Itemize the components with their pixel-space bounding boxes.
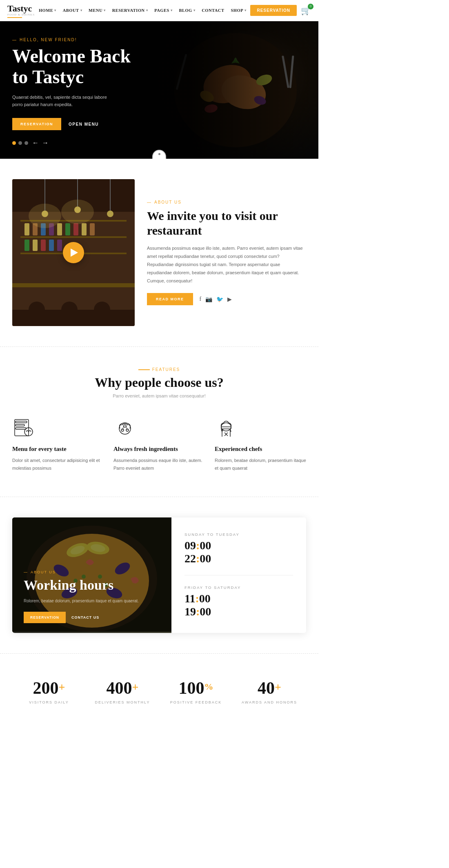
features-title: Why people choose us? — [12, 375, 306, 390]
stat-number-deliveries: 400 + — [90, 678, 155, 698]
hours-time-close-1: 22:00 — [184, 552, 293, 565]
brand-logo[interactable]: Tastyc FOOD & DRINKS — [7, 3, 35, 18]
svg-point-44 — [29, 204, 61, 228]
stat-number-awards: 40 + — [237, 678, 302, 698]
stat-number-visitors: 200 + — [16, 678, 82, 698]
stat-label-awards: AWARDS AND HONORS — [237, 700, 302, 704]
about-actions: READ MORE f 📷 🐦 ▶ — [147, 293, 306, 305]
brand-tagline: FOOD & DRINKS — [7, 13, 35, 16]
nav-home[interactable]: HOME▾ — [39, 8, 56, 13]
features-grid: Menu for every taste Dolor sit amet, con… — [12, 413, 306, 476]
instagram-icon[interactable]: 📷 — [205, 296, 212, 303]
working-content: ABOUT US Working hours Rolorem, beatae d… — [12, 517, 171, 633]
hours-time-close-2: 19:00 — [184, 605, 293, 618]
hero-dot-1[interactable] — [12, 141, 16, 145]
brand-line — [7, 17, 22, 18]
about-description: Assumenda possimus eaque illo iste, aute… — [147, 244, 306, 285]
cart-badge: 0 — [308, 4, 313, 9]
nav-pages[interactable]: PAGES▾ — [154, 8, 172, 13]
hero-reservation-button[interactable]: RESERVATION — [12, 118, 61, 130]
stat-visitors: 200 + VISITORS DAILY — [12, 674, 86, 708]
feature-desc-2: Assumenda possimus eaque illo iste, aute… — [113, 457, 205, 472]
stat-label-deliveries: DELIVERIES MONTHLY — [90, 700, 155, 704]
cart-icon[interactable]: 🛒 0 — [301, 6, 311, 16]
hero-dot-2[interactable] — [18, 141, 22, 145]
social-icons: f 📷 🐦 ▶ — [200, 296, 232, 303]
stat-plus-icon: + — [132, 681, 139, 694]
hours-time-open-2: 11:00 — [184, 592, 293, 605]
hours-day-1: SUNDAY TO TUESDAY — [184, 532, 293, 537]
nav-about[interactable]: ABOUT▾ — [63, 8, 82, 13]
stat-number-feedback: 100 % — [163, 678, 229, 698]
read-more-button[interactable]: READ MORE — [147, 293, 193, 305]
play-icon — [71, 249, 78, 257]
feature-card-1: Menu for every taste Dolor sit amet, con… — [12, 413, 104, 476]
nav-reservation[interactable]: RESERVATION▾ — [112, 8, 148, 13]
hero-menu-button[interactable]: OPEN MENU — [69, 122, 99, 127]
hero-next-arrow[interactable]: → — [42, 139, 49, 147]
feature-icon-wrap-1 — [12, 417, 35, 440]
stat-percent-icon: % — [204, 682, 213, 692]
hero-controls: ← → — [12, 139, 306, 147]
stat-plus-icon: + — [275, 681, 281, 694]
hours-divider — [184, 575, 293, 575]
stat-awards: 40 + AWARDS AND HONORS — [233, 674, 306, 708]
hero-greeting: HELLO, NEW FRIEND! — [12, 38, 306, 42]
nav-shop[interactable]: SHOP▾ — [231, 8, 246, 13]
hero-section: HELLO, NEW FRIEND! Welcome Back to Tasty… — [0, 21, 318, 159]
chevron-down-icon: ▾ — [80, 9, 82, 12]
feature-desc-3: Rolorem, beatae dolorum, praesentium ita… — [215, 457, 306, 472]
hero-dot-3[interactable] — [24, 141, 28, 145]
working-reservation-button[interactable]: RESERVATION — [24, 612, 66, 623]
colon-icon: : — [196, 539, 200, 552]
working-card: ABOUT US Working hours Rolorem, beatae d… — [12, 517, 306, 633]
scroll-dot — [158, 153, 160, 155]
feature-title-1: Menu for every taste — [12, 446, 104, 453]
hours-group-2: FRIDAY TO SATURDAY 11:00 19:00 — [184, 585, 293, 618]
svg-rect-56 — [221, 427, 231, 429]
twitter-icon[interactable]: 🐦 — [216, 296, 223, 303]
working-right: SUNDAY TO TUESDAY 09:00 22:00 FRIDAY TO … — [171, 517, 306, 633]
experienced-chefs-icon — [216, 418, 237, 439]
stat-plus-icon: + — [59, 681, 65, 694]
chevron-down-icon: ▾ — [245, 9, 247, 12]
facebook-icon[interactable]: f — [200, 296, 202, 302]
working-label: ABOUT US — [24, 570, 160, 574]
feature-icon-wrap-2 — [113, 417, 136, 440]
play-button[interactable] — [63, 242, 84, 263]
feature-title-2: Always fresh ingredients — [113, 446, 205, 453]
colon-icon: : — [196, 552, 200, 565]
about-image — [12, 179, 135, 326]
hero-arrows: ← → — [32, 139, 49, 147]
working-buttons: RESERVATION CONTACT US — [24, 612, 160, 623]
nav-cta-button[interactable]: RESERVATION — [250, 5, 297, 16]
svg-rect-46 — [16, 421, 27, 423]
colon-icon: : — [196, 605, 200, 618]
working-contact-button[interactable]: CONTACT US — [71, 615, 99, 619]
hero-title: Welcome Back to Tastyc — [12, 46, 306, 87]
stat-deliveries: 400 + DELIVERIES MONTHLY — [86, 674, 159, 708]
svg-point-51 — [119, 423, 131, 434]
nav-contact[interactable]: CONTACT — [202, 8, 224, 13]
stat-label-feedback: POSITIVE FEEDBACK — [163, 700, 229, 704]
hours-day-2: FRIDAY TO SATURDAY — [184, 585, 293, 590]
features-label-line — [138, 369, 150, 370]
working-hours-section: ABOUT US Working hours Rolorem, beatae d… — [0, 497, 318, 653]
menu-taste-icon — [13, 418, 34, 439]
nav-menu[interactable]: MENU▾ — [89, 8, 106, 13]
chevron-down-icon: ▾ — [193, 9, 196, 12]
feature-card-3: Experienced chefs Rolorem, beatae doloru… — [215, 413, 306, 476]
chevron-down-icon: ▾ — [171, 9, 173, 12]
chevron-down-icon: ▾ — [104, 9, 106, 12]
svg-rect-47 — [16, 424, 24, 426]
stats-section: 200 + VISITORS DAILY 400 + DELIVERIES MO… — [0, 653, 318, 729]
youtube-icon[interactable]: ▶ — [227, 296, 232, 303]
navbar: Tastyc FOOD & DRINKS HOME▾ ABOUT▾ MENU▾ … — [0, 0, 318, 21]
hero-prev-arrow[interactable]: ← — [32, 139, 39, 147]
nav-blog[interactable]: BLOG▾ — [179, 8, 195, 13]
svg-point-52 — [124, 425, 126, 427]
working-description: Rolorem, beatae dolorum, praesentium ita… — [24, 598, 160, 604]
hours-group-1: SUNDAY TO TUESDAY 09:00 22:00 — [184, 532, 293, 565]
working-left: ABOUT US Working hours Rolorem, beatae d… — [12, 517, 171, 633]
main-nav: HOME▾ ABOUT▾ MENU▾ RESERVATION▾ PAGES▾ B… — [39, 8, 247, 13]
